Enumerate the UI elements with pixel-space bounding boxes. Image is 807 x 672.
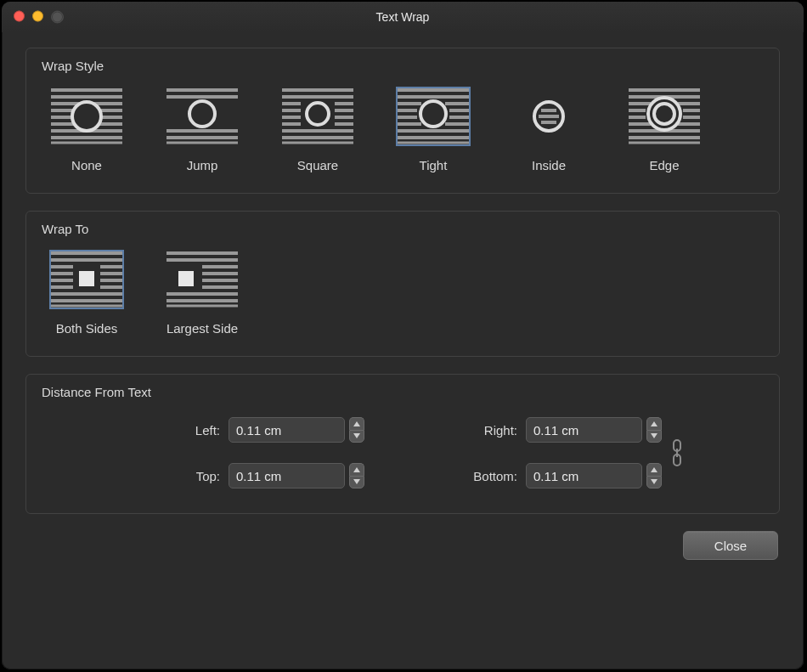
window-close-button[interactable] xyxy=(14,11,25,22)
wrap-style-label: Jump xyxy=(187,158,218,172)
distance-right-stepper[interactable] xyxy=(646,417,662,443)
step-up-icon[interactable] xyxy=(646,417,662,430)
distance-top-stepper[interactable] xyxy=(349,463,364,488)
svg-point-15 xyxy=(189,101,215,127)
wrap-none-icon xyxy=(49,87,124,146)
wrap-to-group: Wrap To xyxy=(25,211,780,357)
distance-bottom-input[interactable]: 0.11 cm xyxy=(526,463,662,488)
svg-point-29 xyxy=(307,103,329,125)
distance-right-value[interactable]: 0.11 cm xyxy=(526,417,642,443)
wrap-style-inside[interactable]: Inside xyxy=(507,87,590,172)
distance-title: Distance From Text xyxy=(42,385,764,399)
distance-left-input[interactable]: 0.11 cm xyxy=(229,417,364,443)
wrap-style-options: None xyxy=(42,87,764,172)
wrap-jump-icon xyxy=(165,87,240,146)
wrap-inside-icon xyxy=(511,87,586,146)
wrap-style-edge[interactable]: Edge xyxy=(623,87,706,172)
step-down-icon[interactable] xyxy=(646,476,662,489)
distance-left-value[interactable]: 0.11 cm xyxy=(229,417,345,443)
wrap-tight-icon xyxy=(396,87,471,146)
distance-bottom-stepper[interactable] xyxy=(646,463,662,488)
distance-right-input[interactable]: 0.11 cm xyxy=(526,417,662,443)
svg-rect-76 xyxy=(79,271,94,286)
wrap-style-tight[interactable]: Tight xyxy=(392,87,475,172)
svg-rect-86 xyxy=(178,271,194,286)
wrap-style-group: Wrap Style xyxy=(25,48,780,194)
window-zoom-button xyxy=(51,11,64,24)
wrap-to-both-sides[interactable]: Both Sides xyxy=(45,250,128,336)
step-down-icon[interactable] xyxy=(349,476,364,489)
step-up-icon[interactable] xyxy=(349,463,364,476)
step-up-icon[interactable] xyxy=(349,417,364,430)
link-values-icon[interactable] xyxy=(662,438,692,467)
svg-point-9 xyxy=(72,102,101,131)
svg-point-62 xyxy=(654,104,674,124)
step-up-icon[interactable] xyxy=(646,463,662,476)
distance-group: Distance From Text Left: 0.11 cm Right: … xyxy=(25,374,780,514)
wrap-style-label: None xyxy=(71,158,102,172)
wrap-style-label: Square xyxy=(297,158,338,172)
wrap-style-label: Tight xyxy=(420,158,448,172)
wrap-to-both-sides-icon xyxy=(49,250,124,309)
wrap-style-label: Inside xyxy=(532,158,566,172)
text-wrap-dialog: Text Wrap Wrap Style xyxy=(2,2,804,669)
wrap-to-label: Both Sides xyxy=(56,321,118,336)
step-down-icon[interactable] xyxy=(646,430,662,443)
distance-bottom-label: Bottom: xyxy=(364,469,526,483)
window-title: Text Wrap xyxy=(376,10,430,24)
titlebar: Text Wrap xyxy=(2,2,804,32)
distance-bottom-value[interactable]: 0.11 cm xyxy=(526,463,642,488)
window-controls xyxy=(14,11,64,24)
distance-top-value[interactable]: 0.11 cm xyxy=(229,463,345,488)
wrap-to-options: Both Sides xyxy=(42,250,764,336)
distance-left-stepper[interactable] xyxy=(349,417,364,443)
wrap-style-none[interactable]: None xyxy=(45,87,128,172)
wrap-style-square[interactable]: Square xyxy=(276,87,359,172)
step-down-icon[interactable] xyxy=(349,430,364,443)
distance-right-label: Right: xyxy=(364,423,526,438)
wrap-to-title: Wrap To xyxy=(42,222,764,236)
window-minimize-button[interactable] xyxy=(32,11,43,22)
distance-left-label: Left: xyxy=(42,423,229,438)
distance-top-label: Top: xyxy=(42,469,229,483)
svg-point-43 xyxy=(420,101,446,127)
wrap-to-largest-side[interactable]: Largest Side xyxy=(161,250,244,336)
wrap-style-title: Wrap Style xyxy=(42,59,764,73)
distance-top-input[interactable]: 0.11 cm xyxy=(229,463,364,488)
dialog-footer: Close xyxy=(25,531,780,560)
close-button[interactable]: Close xyxy=(683,531,778,560)
wrap-style-label: Edge xyxy=(649,158,679,172)
wrap-square-icon xyxy=(280,87,355,146)
wrap-to-largest-side-icon xyxy=(165,250,240,309)
wrap-edge-icon xyxy=(627,87,702,146)
wrap-style-jump[interactable]: Jump xyxy=(161,87,244,172)
wrap-to-label: Largest Side xyxy=(166,321,238,336)
